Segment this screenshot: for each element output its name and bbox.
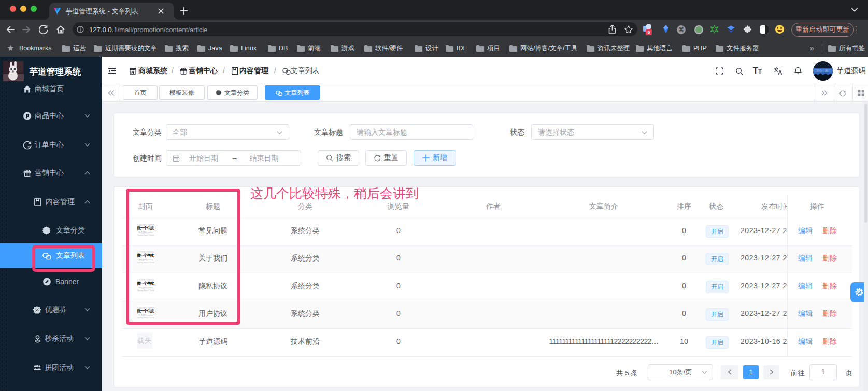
svg-text:文心一言: 文心一言 [817,69,829,73]
